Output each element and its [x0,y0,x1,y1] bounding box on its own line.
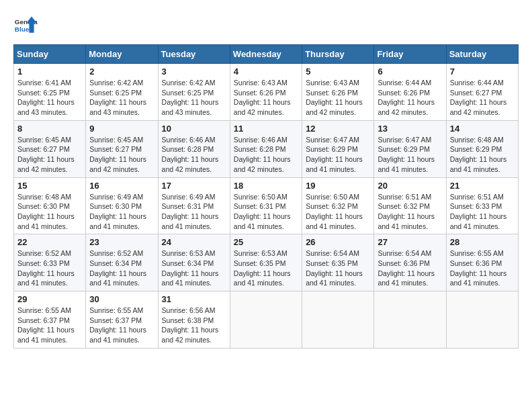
calendar-cell [374,291,446,349]
calendar-cell: 7 Sunrise: 6:44 AM Sunset: 6:27 PM Dayli… [446,64,518,121]
day-info: Sunrise: 6:55 AM Sunset: 6:37 PM Dayligh… [89,306,154,345]
day-info: Sunrise: 6:47 AM Sunset: 6:29 PM Dayligh… [378,135,442,175]
day-number: 3 [162,66,226,77]
day-info: Sunrise: 6:43 AM Sunset: 6:26 PM Dayligh… [234,78,298,118]
generalblue-logo-icon: General Blue [13,13,38,38]
day-number: 4 [234,66,298,77]
calendar-cell: 30 Sunrise: 6:55 AM Sunset: 6:37 PM Dayl… [86,291,158,349]
day-number: 20 [378,181,442,191]
calendar-cell: 27 Sunrise: 6:54 AM Sunset: 6:36 PM Dayl… [374,234,446,291]
day-info: Sunrise: 6:52 AM Sunset: 6:34 PM Dayligh… [89,248,154,288]
calendar-cell: 26 Sunrise: 6:54 AM Sunset: 6:35 PM Dayl… [302,234,374,291]
day-number: 12 [306,124,370,134]
day-info: Sunrise: 6:45 AM Sunset: 6:27 PM Dayligh… [89,135,154,175]
day-number: 9 [89,124,154,134]
day-info: Sunrise: 6:42 AM Sunset: 6:25 PM Dayligh… [89,78,154,118]
calendar-week-row: 29 Sunrise: 6:55 AM Sunset: 6:37 PM Dayl… [14,291,519,349]
day-info: Sunrise: 6:48 AM Sunset: 6:29 PM Dayligh… [450,135,515,175]
column-header-wednesday: Wednesday [230,45,302,64]
svg-text:Blue: Blue [15,26,30,33]
day-info: Sunrise: 6:47 AM Sunset: 6:29 PM Dayligh… [306,135,370,175]
calendar-cell: 31 Sunrise: 6:56 AM Sunset: 6:38 PM Dayl… [158,291,230,349]
column-header-sunday: Sunday [14,45,86,64]
day-number: 11 [234,124,298,134]
day-number: 16 [89,181,154,191]
day-info: Sunrise: 6:54 AM Sunset: 6:36 PM Dayligh… [378,248,442,288]
day-number: 5 [306,66,370,77]
day-info: Sunrise: 6:45 AM Sunset: 6:27 PM Dayligh… [17,135,82,175]
day-info: Sunrise: 6:46 AM Sunset: 6:28 PM Dayligh… [234,135,298,175]
calendar-cell: 28 Sunrise: 6:55 AM Sunset: 6:36 PM Dayl… [446,234,518,291]
column-header-thursday: Thursday [302,45,374,64]
day-number: 24 [162,237,226,247]
calendar-cell: 21 Sunrise: 6:51 AM Sunset: 6:33 PM Dayl… [446,177,518,234]
calendar-cell [302,291,374,349]
calendar-cell: 14 Sunrise: 6:48 AM Sunset: 6:29 PM Dayl… [446,120,518,177]
calendar-header-row: SundayMondayTuesdayWednesdayThursdayFrid… [14,45,519,64]
calendar-cell: 4 Sunrise: 6:43 AM Sunset: 6:26 PM Dayli… [230,64,302,121]
calendar-cell: 20 Sunrise: 6:51 AM Sunset: 6:32 PM Dayl… [374,177,446,234]
day-info: Sunrise: 6:55 AM Sunset: 6:37 PM Dayligh… [17,306,82,345]
day-number: 7 [450,66,515,77]
day-number: 19 [306,181,370,191]
column-header-tuesday: Tuesday [158,45,230,64]
day-info: Sunrise: 6:51 AM Sunset: 6:33 PM Dayligh… [450,192,515,232]
day-info: Sunrise: 6:56 AM Sunset: 6:38 PM Dayligh… [162,306,226,345]
calendar-cell: 25 Sunrise: 6:53 AM Sunset: 6:35 PM Dayl… [230,234,302,291]
day-number: 2 [89,66,154,77]
calendar-cell: 6 Sunrise: 6:44 AM Sunset: 6:26 PM Dayli… [374,64,446,121]
calendar-cell: 3 Sunrise: 6:42 AM Sunset: 6:25 PM Dayli… [158,64,230,121]
calendar-cell: 16 Sunrise: 6:49 AM Sunset: 6:30 PM Dayl… [86,177,158,234]
day-info: Sunrise: 6:51 AM Sunset: 6:32 PM Dayligh… [378,192,442,232]
day-number: 6 [378,66,442,77]
calendar-week-row: 8 Sunrise: 6:45 AM Sunset: 6:27 PM Dayli… [14,120,519,177]
day-number: 13 [378,124,442,134]
day-number: 29 [17,294,82,304]
day-info: Sunrise: 6:44 AM Sunset: 6:26 PM Dayligh… [378,78,442,118]
day-info: Sunrise: 6:50 AM Sunset: 6:32 PM Dayligh… [306,192,370,232]
calendar-cell: 9 Sunrise: 6:45 AM Sunset: 6:27 PM Dayli… [86,120,158,177]
day-number: 14 [450,124,515,134]
day-number: 25 [234,237,298,247]
calendar-cell: 10 Sunrise: 6:46 AM Sunset: 6:28 PM Dayl… [158,120,230,177]
day-info: Sunrise: 6:50 AM Sunset: 6:31 PM Dayligh… [234,192,298,232]
calendar-week-row: 15 Sunrise: 6:48 AM Sunset: 6:30 PM Dayl… [14,177,519,234]
day-number: 26 [306,237,370,247]
calendar-cell: 11 Sunrise: 6:46 AM Sunset: 6:28 PM Dayl… [230,120,302,177]
day-info: Sunrise: 6:54 AM Sunset: 6:35 PM Dayligh… [306,248,370,288]
day-number: 27 [378,237,442,247]
calendar-cell: 22 Sunrise: 6:52 AM Sunset: 6:33 PM Dayl… [14,234,86,291]
day-number: 10 [162,124,226,134]
day-info: Sunrise: 6:42 AM Sunset: 6:25 PM Dayligh… [162,78,226,118]
column-header-monday: Monday [86,45,158,64]
day-number: 8 [17,124,82,134]
day-number: 18 [234,181,298,191]
calendar-cell [446,291,518,349]
calendar-cell: 29 Sunrise: 6:55 AM Sunset: 6:37 PM Dayl… [14,291,86,349]
calendar-cell: 1 Sunrise: 6:41 AM Sunset: 6:25 PM Dayli… [14,64,86,121]
day-number: 1 [17,66,82,77]
calendar-cell: 18 Sunrise: 6:50 AM Sunset: 6:31 PM Dayl… [230,177,302,234]
calendar-week-row: 22 Sunrise: 6:52 AM Sunset: 6:33 PM Dayl… [14,234,519,291]
day-number: 17 [162,181,226,191]
day-number: 28 [450,237,515,247]
column-header-friday: Friday [374,45,446,64]
day-info: Sunrise: 6:49 AM Sunset: 6:30 PM Dayligh… [89,192,154,232]
calendar-cell: 17 Sunrise: 6:49 AM Sunset: 6:31 PM Dayl… [158,177,230,234]
calendar-cell: 2 Sunrise: 6:42 AM Sunset: 6:25 PM Dayli… [86,64,158,121]
logo: General Blue [13,13,38,38]
calendar-cell: 12 Sunrise: 6:47 AM Sunset: 6:29 PM Dayl… [302,120,374,177]
calendar-cell [230,291,302,349]
day-number: 22 [17,237,82,247]
day-info: Sunrise: 6:46 AM Sunset: 6:28 PM Dayligh… [162,135,226,175]
calendar-cell: 19 Sunrise: 6:50 AM Sunset: 6:32 PM Dayl… [302,177,374,234]
day-number: 23 [89,237,154,247]
day-info: Sunrise: 6:44 AM Sunset: 6:27 PM Dayligh… [450,78,515,118]
calendar-cell: 15 Sunrise: 6:48 AM Sunset: 6:30 PM Dayl… [14,177,86,234]
day-info: Sunrise: 6:41 AM Sunset: 6:25 PM Dayligh… [17,78,82,118]
day-number: 30 [89,294,154,304]
day-info: Sunrise: 6:53 AM Sunset: 6:34 PM Dayligh… [162,248,226,288]
day-info: Sunrise: 6:48 AM Sunset: 6:30 PM Dayligh… [17,192,82,232]
calendar-week-row: 1 Sunrise: 6:41 AM Sunset: 6:25 PM Dayli… [14,64,519,121]
day-number: 31 [162,294,226,304]
